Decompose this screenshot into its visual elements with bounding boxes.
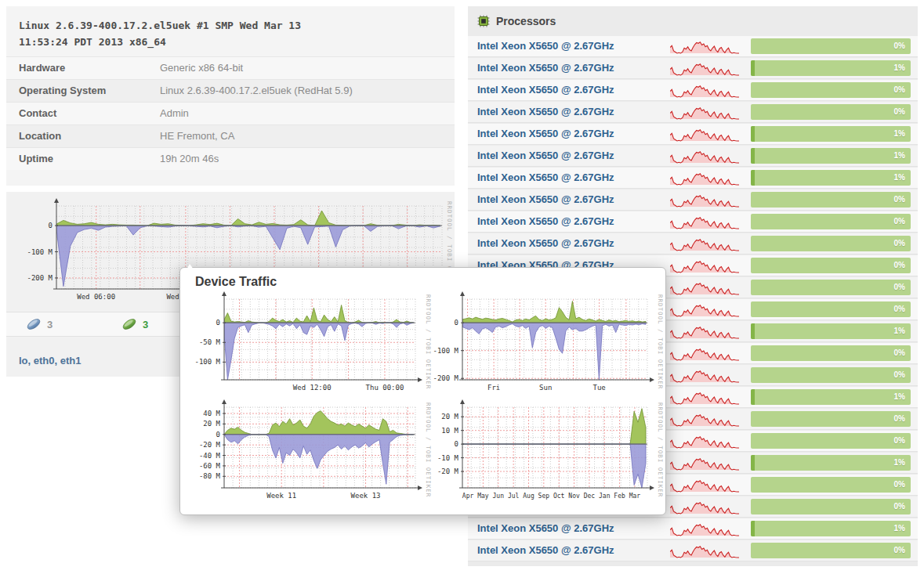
cpu-usage-sparkline — [670, 171, 739, 186]
ports-down-group[interactable]: 3 — [25, 316, 53, 332]
ports-up-group[interactable]: 3 — [121, 316, 148, 332]
traffic-graph-month: 40 M20 M0-20 M-40 M-60 M-80 MWeek 11Week… — [191, 399, 429, 507]
cpu-usage-percent: 1% — [894, 60, 905, 76]
port-down-icon — [25, 316, 42, 332]
cpu-usage-bar: 0% — [751, 411, 911, 427]
cpu-usage-percent: 0% — [894, 345, 905, 361]
cpu-usage-bar: 1% — [751, 148, 911, 164]
processors-title: Processors — [496, 15, 556, 27]
processor-link[interactable]: Intel Xeon X5650 @ 2.67GHz — [477, 102, 614, 122]
popup-title: Device Traffic — [195, 275, 277, 289]
cpu-usage-bar: 1% — [751, 170, 911, 186]
cpu-usage-sparkline — [670, 84, 739, 98]
cpu-usage-percent: 1% — [894, 170, 905, 186]
svg-text:Sep: Sep — [538, 493, 550, 500]
cpu-usage-percent: 0% — [894, 499, 905, 514]
svg-text:-50 M: -50 M — [199, 338, 221, 346]
cpu-usage-percent: 1% — [894, 389, 905, 405]
processor-row: Intel Xeon X5650 @ 2.67GHz0% — [468, 36, 918, 57]
cpu-usage-bar: 0% — [751, 477, 911, 493]
cpu-usage-bar-fill — [751, 170, 755, 186]
cpu-usage-sparkline — [670, 106, 739, 120]
svg-text:Tue: Tue — [593, 384, 606, 392]
system-info-label: Operating System — [6, 80, 160, 102]
cpu-usage-percent: 0% — [894, 82, 905, 98]
processor-link[interactable]: Intel Xeon X5650 @ 2.67GHz — [477, 168, 614, 188]
system-info-value: Admin — [160, 103, 189, 125]
svg-text:20 M: 20 M — [203, 420, 220, 428]
cpu-usage-bar: 0% — [751, 192, 911, 208]
processors-header: Processors — [468, 6, 918, 36]
processor-link[interactable]: Intel Xeon X5650 @ 2.67GHz — [477, 518, 614, 539]
cpu-usage-percent: 0% — [894, 214, 905, 229]
cpu-usage-sparkline — [670, 544, 739, 558]
cpu-usage-sparkline — [670, 237, 739, 251]
cpu-usage-bar: 0% — [751, 433, 911, 449]
cpu-usage-bar-fill — [751, 323, 755, 339]
svg-text:-200 M: -200 M — [433, 374, 458, 382]
system-info-label: Uptime — [6, 148, 160, 170]
device-overview-page: Linux 2.6.39-400.17.2.el5uek #1 SMP Wed … — [0, 0, 924, 574]
svg-text:Week 11: Week 11 — [266, 492, 296, 500]
cpu-usage-sparkline — [670, 259, 739, 273]
processor-row: Intel Xeon X5650 @ 2.67GHz1% — [468, 146, 918, 167]
svg-text:Feb: Feb — [614, 493, 625, 500]
svg-text:Wed 12:00: Wed 12:00 — [293, 384, 332, 392]
cpu-usage-percent: 0% — [894, 477, 905, 493]
cpu-usage-percent: 0% — [894, 301, 905, 317]
processor-link[interactable]: Intel Xeon X5650 @ 2.67GHz — [477, 36, 614, 56]
svg-text:-40 M: -40 M — [199, 452, 221, 460]
cpu-usage-percent: 1% — [894, 521, 905, 536]
svg-text:40 M: 40 M — [203, 410, 220, 417]
processor-row: Intel Xeon X5650 @ 2.67GHz0% — [468, 540, 918, 561]
cpu-usage-percent: 1% — [894, 323, 905, 339]
svg-text:-80 M: -80 M — [199, 472, 221, 480]
processor-link[interactable]: Intel Xeon X5650 @ 2.67GHz — [477, 146, 614, 166]
cpu-usage-sparkline — [670, 215, 739, 229]
processor-link[interactable]: Intel Xeon X5650 @ 2.67GHz — [477, 58, 614, 78]
system-info-row: ContactAdmin — [6, 102, 455, 125]
svg-text:Nov: Nov — [568, 493, 580, 500]
cpu-usage-percent: 1% — [894, 126, 905, 142]
svg-text:-20 M: -20 M — [437, 468, 459, 475]
processor-link[interactable]: Intel Xeon X5650 @ 2.67GHz — [477, 80, 614, 100]
svg-text:0: 0 — [49, 222, 53, 229]
kernel-version-line1: Linux 2.6.39-400.17.2.el5uek #1 SMP Wed … — [19, 17, 442, 34]
processor-row: Intel Xeon X5650 @ 2.67GHz0% — [468, 233, 918, 255]
cpu-usage-percent: 0% — [894, 433, 905, 449]
processor-link[interactable]: Intel Xeon X5650 @ 2.67GHz — [477, 190, 614, 210]
svg-text:Mar: Mar — [629, 493, 641, 500]
system-info-row: Operating SystemLinux 2.6.39-400.17.2.el… — [6, 79, 455, 102]
cpu-usage-sparkline — [670, 128, 739, 142]
svg-text:-100 M: -100 M — [27, 248, 53, 256]
cpu-usage-bar: 0% — [751, 543, 911, 558]
svg-text:0: 0 — [216, 319, 220, 327]
cpu-usage-sparkline — [670, 435, 739, 449]
processor-link[interactable]: Intel Xeon X5650 @ 2.67GHz — [477, 540, 614, 561]
system-info-value: HE Fremont, CA — [160, 125, 234, 147]
svg-text:Jul: Jul — [508, 493, 520, 500]
system-info-label: Contact — [6, 103, 160, 125]
cpu-usage-percent: 0% — [894, 543, 905, 558]
cpu-usage-bar: 0% — [751, 367, 911, 383]
svg-text:Week 13: Week 13 — [351, 492, 381, 500]
svg-text:May: May — [477, 493, 489, 500]
kernel-version-line2: 11:53:24 PDT 2013 x86_64 — [19, 34, 442, 50]
cpu-usage-sparkline — [670, 500, 739, 514]
kernel-version-text: Linux 2.6.39-400.17.2.el5uek #1 SMP Wed … — [6, 6, 455, 56]
interfaces-link[interactable]: lo, eth0, eth1 — [19, 355, 81, 366]
cpu-usage-bar: 1% — [751, 60, 911, 76]
svg-text:Aug: Aug — [523, 493, 534, 500]
processor-link[interactable]: Intel Xeon X5650 @ 2.67GHz — [477, 211, 614, 232]
system-info-row: HardwareGeneric x86 64-bit — [6, 56, 455, 79]
rrdtool-watermark: RRDTOOL / TOBI OETIKER — [657, 294, 664, 388]
cpu-usage-bar-fill — [751, 148, 755, 164]
processor-row: Intel Xeon X5650 @ 2.67GHz0% — [468, 80, 918, 101]
cpu-usage-bar: 0% — [751, 104, 911, 120]
processor-link[interactable]: Intel Xeon X5650 @ 2.67GHz — [477, 233, 614, 254]
cpu-usage-sparkline — [670, 281, 739, 295]
processor-chip-icon — [477, 15, 490, 27]
processor-link[interactable]: Intel Xeon X5650 @ 2.67GHz — [477, 124, 614, 144]
cpu-usage-sparkline — [670, 413, 739, 427]
rrdtool-watermark: RRDTOOL / TOBI OETIKER — [657, 403, 664, 496]
